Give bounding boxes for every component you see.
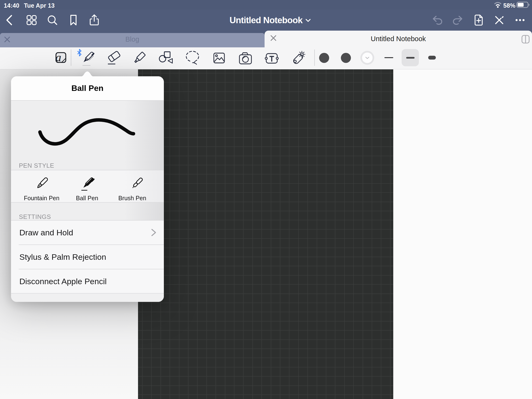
- svg-text:a: a: [56, 51, 61, 64]
